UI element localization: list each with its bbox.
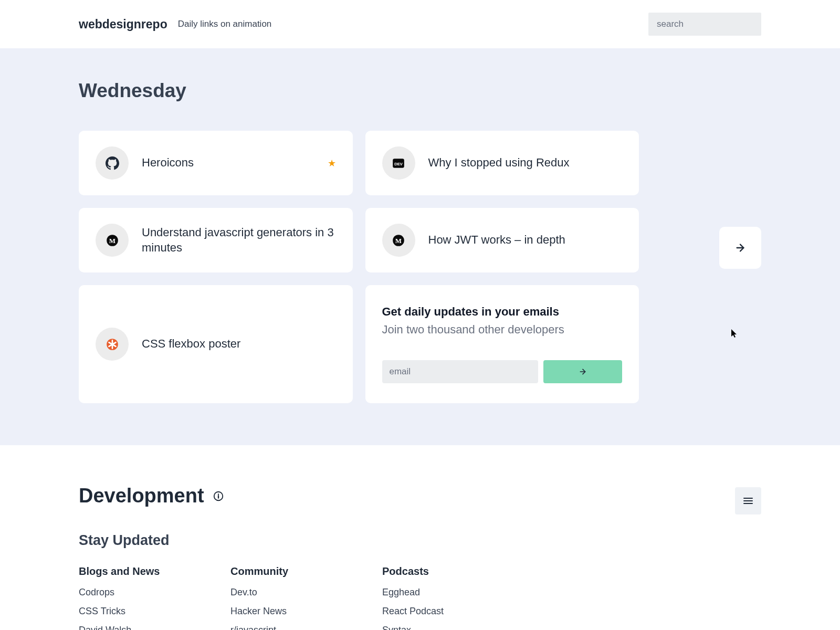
development-title: Development <box>79 485 204 507</box>
email-input[interactable] <box>382 360 539 383</box>
logo[interactable]: webdesignrepo <box>79 17 167 32</box>
day-title: Wednesday <box>79 80 761 102</box>
menu-button[interactable] <box>735 487 761 514</box>
podcasts-column: Podcasts Egghead React Podcast Syntax <box>382 565 532 630</box>
link-item[interactable]: CSS Tricks <box>79 606 228 617</box>
link-card-jwt[interactable]: M How JWT works – in depth <box>365 208 639 272</box>
card-title: How JWT works – in depth <box>428 233 623 248</box>
next-button[interactable] <box>719 227 761 269</box>
svg-text:M: M <box>395 236 402 244</box>
link-card-generators[interactable]: M Understand javascript generators in 3 … <box>79 208 353 272</box>
link-item[interactable]: David Walsh <box>79 625 228 630</box>
blogs-column: Blogs and News Codrops CSS Tricks David … <box>79 565 228 630</box>
hamburger-icon <box>743 497 753 505</box>
card-title: Why I stopped using Redux <box>428 155 623 171</box>
star-icon: ★ <box>328 158 336 169</box>
dev-icon: DEV <box>382 146 415 180</box>
search-input[interactable] <box>648 13 761 36</box>
signup-subtitle: Join two thousand other developers <box>382 323 623 337</box>
tagline: Daily links on animation <box>178 19 272 29</box>
card-title: Understand javascript generators in 3 mi… <box>142 225 336 255</box>
card-title: Heroicons <box>142 155 314 171</box>
header: webdesignrepo Daily links on animation <box>0 0 840 48</box>
column-heading: Blogs and News <box>79 565 228 578</box>
svg-text:M: M <box>109 236 115 244</box>
card-title: CSS flexbox poster <box>142 337 336 352</box>
link-card-flexbox[interactable]: CSS flexbox poster <box>79 285 353 403</box>
svg-text:DEV: DEV <box>394 161 403 166</box>
signup-form <box>382 360 623 383</box>
info-icon[interactable] <box>213 490 224 502</box>
stay-updated-heading: Stay Updated <box>79 532 761 549</box>
medium-icon: M <box>382 224 415 257</box>
link-card-heroicons[interactable]: Heroicons ★ <box>79 131 353 195</box>
header-left: webdesignrepo Daily links on animation <box>79 17 271 32</box>
link-item[interactable]: Hacker News <box>230 606 380 617</box>
community-column: Community Dev.to Hacker News r/javascrip… <box>230 565 380 630</box>
links-columns: Blogs and News Codrops CSS Tricks David … <box>79 565 761 630</box>
medium-icon: M <box>96 224 129 257</box>
mouse-cursor <box>731 329 739 339</box>
link-item[interactable]: Syntax <box>382 625 532 630</box>
signup-card: Get daily updates in your emails Join tw… <box>365 285 639 403</box>
link-item[interactable]: Codrops <box>79 587 228 598</box>
arrow-right-icon <box>579 368 587 376</box>
column-heading: Podcasts <box>382 565 532 578</box>
signup-title: Get daily updates in your emails <box>382 305 623 319</box>
cards-grid: Heroicons ★ DEV Why I stopped using Redu… <box>79 131 639 403</box>
column-heading: Community <box>230 565 380 578</box>
link-item[interactable]: r/javascript <box>230 625 380 630</box>
link-item[interactable]: Egghead <box>382 587 532 598</box>
link-item[interactable]: React Podcast <box>382 606 532 617</box>
link-item[interactable]: Dev.to <box>230 587 380 598</box>
github-icon <box>96 146 129 180</box>
development-header: Development <box>79 485 761 507</box>
submit-button[interactable] <box>543 360 622 383</box>
daily-section: Wednesday Heroicons ★ DEV Why I stopped … <box>0 48 840 445</box>
development-section: Development Stay Updated Blogs and News … <box>0 445 840 630</box>
arrow-right-icon <box>734 242 746 254</box>
asterisk-icon <box>96 328 129 361</box>
link-card-redux[interactable]: DEV Why I stopped using Redux <box>365 131 639 195</box>
